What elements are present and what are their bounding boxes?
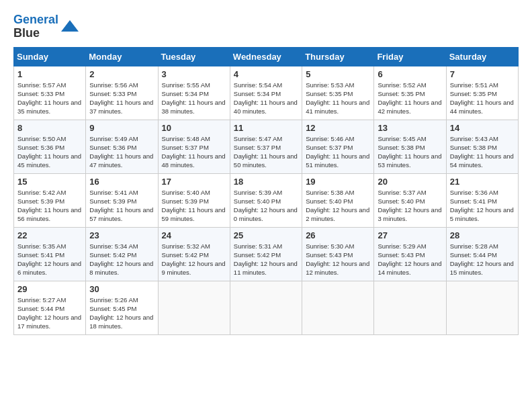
calendar-cell: 1Sunrise: 5:57 AMSunset: 5:33 PMDaylight… [14,66,86,120]
calendar-cell [374,281,446,334]
calendar-week-5: 29Sunrise: 5:27 AMSunset: 5:44 PMDayligh… [14,281,519,334]
calendar-cell: 20Sunrise: 5:37 AMSunset: 5:40 PMDayligh… [374,173,446,227]
logo-icon [60,17,80,37]
calendar-cell: 12Sunrise: 5:46 AMSunset: 5:37 PMDayligh… [302,120,374,173]
calendar-cell: 4Sunrise: 5:54 AMSunset: 5:34 PMDaylight… [230,66,302,120]
calendar-cell: 9Sunrise: 5:49 AMSunset: 5:36 PMDaylight… [86,120,158,173]
calendar-cell: 21Sunrise: 5:36 AMSunset: 5:41 PMDayligh… [446,173,518,227]
col-monday: Monday [86,47,158,66]
calendar-cell: 16Sunrise: 5:41 AMSunset: 5:39 PMDayligh… [86,173,158,227]
calendar-week-1: 1Sunrise: 5:57 AMSunset: 5:33 PMDaylight… [14,66,519,120]
calendar-cell: 19Sunrise: 5:38 AMSunset: 5:40 PMDayligh… [302,173,374,227]
calendar-cell: 8Sunrise: 5:50 AMSunset: 5:36 PMDaylight… [14,120,86,173]
calendar-cell: 15Sunrise: 5:42 AMSunset: 5:39 PMDayligh… [14,173,86,227]
calendar-cell: 6Sunrise: 5:52 AMSunset: 5:35 PMDaylight… [374,66,446,120]
calendar-cell: 24Sunrise: 5:32 AMSunset: 5:42 PMDayligh… [158,227,230,281]
calendar-cell: 30Sunrise: 5:26 AMSunset: 5:45 PMDayligh… [86,281,158,334]
logo: GeneralBlue [13,13,80,40]
col-saturday: Saturday [446,47,518,66]
svg-marker-0 [61,20,79,32]
page-header: GeneralBlue [13,13,519,40]
calendar-cell: 3Sunrise: 5:55 AMSunset: 5:34 PMDaylight… [158,66,230,120]
calendar-week-3: 15Sunrise: 5:42 AMSunset: 5:39 PMDayligh… [14,173,519,227]
calendar-cell: 11Sunrise: 5:47 AMSunset: 5:37 PMDayligh… [230,120,302,173]
calendar-cell [230,281,302,334]
calendar-cell: 26Sunrise: 5:30 AMSunset: 5:43 PMDayligh… [302,227,374,281]
calendar-week-2: 8Sunrise: 5:50 AMSunset: 5:36 PMDaylight… [14,120,519,173]
col-tuesday: Tuesday [158,47,230,66]
calendar-cell: 7Sunrise: 5:51 AMSunset: 5:35 PMDaylight… [446,66,518,120]
calendar-cell: 2Sunrise: 5:56 AMSunset: 5:33 PMDaylight… [86,66,158,120]
calendar-cell: 14Sunrise: 5:43 AMSunset: 5:38 PMDayligh… [446,120,518,173]
calendar-cell [158,281,230,334]
calendar-cell: 25Sunrise: 5:31 AMSunset: 5:42 PMDayligh… [230,227,302,281]
col-thursday: Thursday [302,47,374,66]
calendar-cell: 28Sunrise: 5:28 AMSunset: 5:44 PMDayligh… [446,227,518,281]
calendar-cell: 10Sunrise: 5:48 AMSunset: 5:37 PMDayligh… [158,120,230,173]
calendar-cell: 5Sunrise: 5:53 AMSunset: 5:35 PMDaylight… [302,66,374,120]
col-friday: Friday [374,47,446,66]
calendar-week-4: 22Sunrise: 5:35 AMSunset: 5:41 PMDayligh… [14,227,519,281]
calendar-body: 1Sunrise: 5:57 AMSunset: 5:33 PMDaylight… [14,66,519,334]
calendar-table: Sunday Monday Tuesday Wednesday Thursday… [13,47,519,335]
calendar-cell: 27Sunrise: 5:29 AMSunset: 5:43 PMDayligh… [374,227,446,281]
calendar-cell: 22Sunrise: 5:35 AMSunset: 5:41 PMDayligh… [14,227,86,281]
calendar-cell: 13Sunrise: 5:45 AMSunset: 5:38 PMDayligh… [374,120,446,173]
calendar-cell: 23Sunrise: 5:34 AMSunset: 5:42 PMDayligh… [86,227,158,281]
calendar-cell: 18Sunrise: 5:39 AMSunset: 5:40 PMDayligh… [230,173,302,227]
calendar-cell: 29Sunrise: 5:27 AMSunset: 5:44 PMDayligh… [14,281,86,334]
calendar-cell [446,281,518,334]
header-row: Sunday Monday Tuesday Wednesday Thursday… [14,47,519,66]
col-sunday: Sunday [14,47,86,66]
calendar-cell: 17Sunrise: 5:40 AMSunset: 5:39 PMDayligh… [158,173,230,227]
col-wednesday: Wednesday [230,47,302,66]
logo-text: GeneralBlue [13,13,58,40]
calendar-cell [302,281,374,334]
